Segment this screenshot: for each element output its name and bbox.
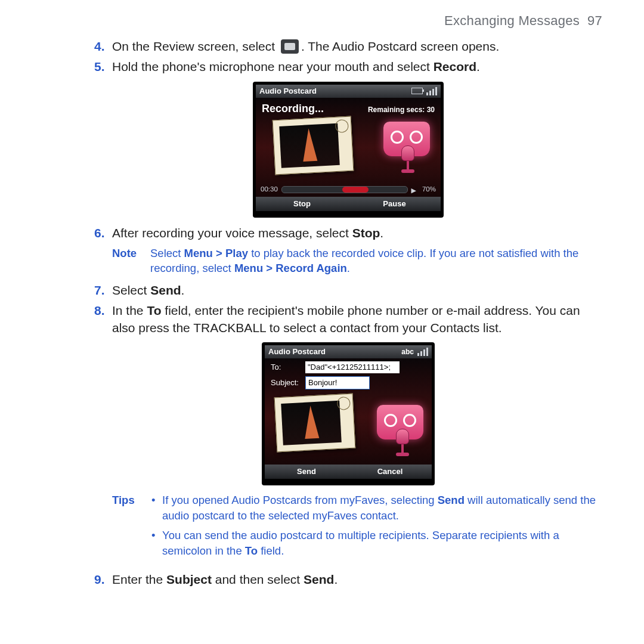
step-number: 8. [94, 302, 112, 336]
app-title: Audio Postcard [268, 346, 326, 357]
tip-item: You can send the audio postcard to multi… [160, 528, 602, 558]
step-body: On the Review screen, select . The Audio… [112, 38, 602, 55]
step-number: 5. [94, 58, 112, 75]
thumbnail-image [279, 123, 340, 168]
step-number: 9. [94, 571, 112, 588]
screenshot-send: Audio Postcard abc To: "Dad"<+1212521111… [262, 342, 435, 485]
postcard-thumbnail [273, 116, 354, 175]
step-text: Enter the [112, 572, 166, 586]
softkey-bar: Send Cancel [265, 465, 432, 479]
thumbnail-image [281, 401, 342, 445]
remaining-seconds: Remaining secs: 30 [368, 105, 435, 114]
progress-row: 00:30 70% [261, 185, 436, 194]
step-number: 6. [94, 225, 112, 242]
step-7: 7. Select Send. [94, 282, 602, 299]
step-text: On the Review screen, select [112, 39, 278, 53]
step-text: field, enter the recipient's mobile phon… [112, 304, 580, 334]
step-number: 4. [94, 38, 112, 55]
ui-label-stop: Stop [352, 226, 380, 240]
note-block: Note Select Menu > Play to play back the… [112, 246, 602, 276]
subject-field[interactable]: Bonjour! [305, 376, 370, 389]
step-5: 5. Hold the phone's microphone near your… [94, 58, 602, 75]
note-body: Select Menu > Play to play back the reco… [150, 246, 602, 276]
softkey-bar: Stop Pause [256, 197, 441, 211]
progress-thumb [342, 187, 369, 193]
section-title: Exchanging Messages [444, 13, 580, 28]
step-4: 4. On the Review screen, select . The Au… [94, 38, 602, 55]
step-body: Enter the Subject and then select Send. [112, 571, 602, 588]
ui-label-record: Record [434, 60, 476, 73]
step-8: 8. In the To field, enter the recipient'… [94, 302, 602, 336]
step-text: Hold the phone's microphone near your mo… [112, 60, 434, 73]
input-mode-indicator: abc [401, 347, 414, 357]
eiffel-tower-icon [304, 405, 320, 438]
step-9: 9. Enter the Subject and then select Sen… [94, 571, 602, 588]
tip-item: If you opened Audio Postcards from myFav… [160, 493, 602, 523]
microphone-icon [400, 145, 416, 174]
subject-label: Subject: [271, 377, 301, 388]
field-label-to: To [245, 544, 258, 557]
postcard-thumbnail [274, 394, 356, 453]
eiffel-tower-icon [302, 128, 318, 161]
step-body: Select Send. [112, 282, 602, 299]
postmark-icon [335, 119, 349, 133]
speaker-icon [411, 186, 419, 193]
recording-screen: Recording... Remaining secs: 30 00:30 70… [256, 98, 441, 197]
to-label: To: [271, 362, 301, 373]
menu-path-record-again: Menu > Record Again [234, 262, 347, 274]
note-text: . [347, 262, 350, 274]
to-field[interactable]: "Dad"<+12125211111>; [305, 361, 400, 373]
volume-percent: 70% [422, 185, 436, 194]
tip-text: You can send the audio postcard to multi… [162, 529, 559, 557]
step-text: . [181, 283, 185, 297]
microphone-icon [395, 429, 410, 457]
step-body: Hold the phone's microphone near your mo… [112, 58, 602, 75]
progress-bar[interactable] [281, 186, 408, 193]
signal-icon [426, 87, 437, 95]
ui-label-send: Send [150, 283, 181, 297]
recording-status-row: Recording... Remaining secs: 30 [256, 98, 441, 116]
softkey-send[interactable]: Send [265, 465, 348, 479]
battery-icon [411, 88, 423, 94]
field-label-to: To [147, 304, 161, 317]
page-number: 97 [587, 13, 602, 28]
tips-block: Tips If you opened Audio Postcards from … [112, 493, 602, 563]
elapsed-time: 00:30 [261, 185, 278, 194]
tip-text: If you opened Audio Postcards from myFav… [162, 494, 438, 506]
softkey-stop[interactable]: Stop [256, 197, 348, 211]
steps-list: 4. On the Review screen, select . The Au… [94, 38, 602, 588]
step-text: . [334, 572, 338, 586]
step-number: 7. [94, 282, 112, 299]
note-text: Select [150, 247, 184, 259]
subject-row: Subject: Bonjour! [265, 373, 432, 389]
page-header: Exchanging Messages 97 [94, 13, 602, 29]
field-label-subject: Subject [166, 572, 212, 586]
softkey-cancel[interactable]: Cancel [348, 465, 432, 479]
note-label: Note [112, 246, 150, 276]
app-title: Audio Postcard [259, 86, 317, 97]
postmark-icon [337, 397, 351, 410]
tips-label: Tips [112, 493, 150, 563]
status-icons: abc [401, 347, 428, 357]
to-row: To: "Dad"<+12125211111>; [265, 358, 432, 373]
step-text: After recording your voice message, sele… [112, 226, 352, 240]
send-screen: To: "Dad"<+12125211111>; Subject: Bonjou… [265, 358, 432, 465]
titlebar: Audio Postcard [256, 85, 441, 98]
ui-label-send: Send [304, 572, 334, 586]
menu-path-play: Menu > Play [184, 247, 248, 259]
recording-label: Recording... [262, 101, 324, 116]
ui-label-send: Send [438, 494, 465, 506]
step-text: . [380, 226, 383, 240]
titlebar: Audio Postcard abc [265, 345, 432, 358]
step-text: In the [112, 304, 147, 317]
softkey-pause[interactable]: Pause [348, 197, 441, 211]
step-text: Select [112, 283, 150, 297]
step-text: . The Audio Postcard screen opens. [301, 39, 499, 53]
tip-text: field. [258, 544, 284, 557]
step-body: In the To field, enter the recipient's m… [112, 302, 602, 336]
step-6: 6. After recording your voice message, s… [94, 225, 602, 242]
step-text: and then select [212, 572, 304, 586]
status-icons [411, 87, 437, 95]
tips-body: If you opened Audio Postcards from myFav… [150, 493, 602, 563]
screenshot-recording: Audio Postcard Recording... Remaining se… [253, 82, 444, 218]
